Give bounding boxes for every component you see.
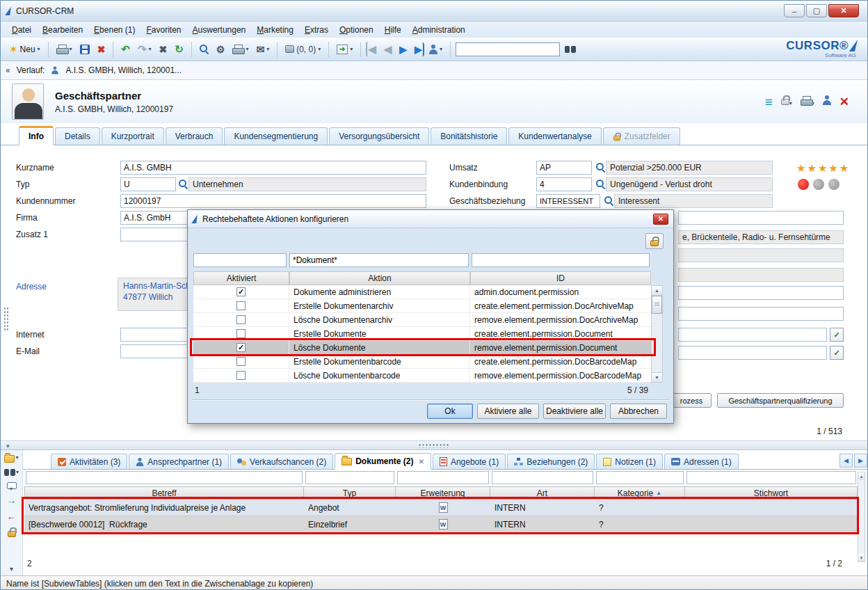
filter-art-input[interactable]	[492, 471, 593, 484]
subtab-verkaufschancen[interactable]: Verkaufschancen (2)	[230, 454, 333, 469]
column-header-betreff[interactable]: Betreff	[24, 486, 304, 500]
subtab-notizen[interactable]: Notizen (1)	[596, 454, 663, 469]
scrollbar-thumb[interactable]	[652, 296, 662, 314]
checkbox[interactable]	[236, 357, 246, 366]
scroll-up-icon[interactable]: ▲	[652, 286, 662, 296]
typ-code-input[interactable]	[120, 177, 176, 191]
undo-button[interactable]: ↶	[118, 42, 133, 56]
dialog-table-row-highlighted[interactable]: ✓ Lösche Dokumente remove.element.permis…	[193, 341, 651, 355]
menu-favoriten[interactable]: Favoriten	[140, 23, 186, 37]
field-label-adresse[interactable]: Adresse	[16, 282, 47, 292]
lookup-icon[interactable]	[596, 163, 605, 172]
dialog-column-aktiviert[interactable]: Aktiviert	[193, 271, 289, 285]
ok-button[interactable]: Ok	[427, 404, 473, 419]
dialog-close-button[interactable]: ✕	[653, 214, 668, 225]
dialog-table-row[interactable]: ✓ Dokumente administrieren admin.documen…	[193, 285, 651, 299]
lock-record-button[interactable]: ▾	[781, 95, 792, 108]
scroll-up-icon[interactable]: ▲	[858, 472, 865, 480]
subview-folder-menu[interactable]: ▾	[4, 453, 18, 463]
vertical-splitter-handle[interactable]	[3, 307, 9, 332]
activate-all-button[interactable]: Aktiviere alle	[477, 404, 539, 419]
assign-person-button[interactable]	[823, 95, 831, 108]
lookup-icon[interactable]	[596, 180, 605, 189]
subtab-dokumente[interactable]: Dokumente (2)✕	[335, 453, 431, 470]
filter-kategorie-input[interactable]	[596, 471, 684, 484]
checkbox[interactable]	[236, 329, 246, 338]
dialog-scrollbar[interactable]: ▲ ▼	[651, 285, 663, 383]
lookup-edit-button[interactable]	[197, 42, 211, 56]
prozess-button[interactable]: rozess	[671, 393, 712, 408]
right-field-1[interactable]	[678, 211, 844, 225]
nav-next-button[interactable]: ▶	[396, 42, 410, 56]
right-field-3[interactable]	[678, 307, 844, 321]
redo-button[interactable]: ↷ ▾	[135, 42, 154, 56]
right-field-2[interactable]	[678, 286, 844, 300]
horizontal-splitter[interactable]: ▾	[1, 440, 867, 450]
nav-last-button[interactable]: ▶	[412, 42, 424, 56]
marked-records-control[interactable]: (0, 0) ▾	[282, 42, 323, 56]
right-field-4[interactable]	[678, 328, 827, 342]
dialog-table-row[interactable]: Lösche Dokumentenbarcode remove.element.…	[193, 369, 651, 383]
find-button[interactable]	[562, 44, 579, 55]
dialog-table-row[interactable]: Erstelle Dokumente create.element.permis…	[193, 327, 651, 341]
confirm-icon[interactable]: ✓	[830, 346, 844, 360]
tab-info[interactable]: Info	[19, 126, 54, 145]
export-button[interactable]: ➔ ▾	[334, 42, 355, 56]
checkin-icon[interactable]: →	[7, 495, 17, 505]
filter-erweiterung-input[interactable]	[397, 471, 489, 484]
filter-typ-input[interactable]	[305, 471, 394, 484]
checkbox[interactable]	[236, 371, 246, 380]
status-text[interactable]: Name ist [SubviewTables] (klicken um den…	[6, 579, 313, 589]
close-button[interactable]: ✕	[828, 4, 859, 17]
comment-icon[interactable]	[7, 482, 17, 489]
table-row[interactable]: [Beschwerde 00012] Rückfrage Einzelbrief…	[24, 516, 858, 533]
dialog-filter-id[interactable]	[472, 253, 650, 267]
menu-marketing[interactable]: Marketing	[251, 23, 299, 37]
splitter-collapse-icon[interactable]: ▾	[6, 442, 10, 449]
column-header-typ[interactable]: Typ	[304, 486, 396, 500]
print-preview-button[interactable]: ▾	[230, 42, 251, 56]
kundenbindung-code-input[interactable]	[536, 177, 592, 191]
checkout-icon[interactable]: ←	[7, 511, 17, 521]
dialog-column-aktion[interactable]: Aktion	[289, 271, 470, 285]
dialog-table-row[interactable]: Erstelle Dokumentenarchiv create.element…	[193, 299, 651, 313]
lookup-icon[interactable]	[179, 180, 188, 189]
table-row[interactable]: Vertragsangebot: Stromlieferung Individu…	[24, 500, 858, 516]
column-header-art[interactable]: Art	[490, 486, 595, 500]
maximize-button[interactable]: ▢	[806, 4, 827, 17]
confirm-icon[interactable]: ✓	[830, 328, 844, 342]
column-header-erweiterung[interactable]: Erweiterung	[396, 486, 490, 500]
right-field-5[interactable]	[678, 346, 827, 360]
mail-button[interactable]: ✉ ▾	[253, 42, 272, 56]
subview-search-button[interactable]: ▾	[4, 469, 19, 476]
person-search-button[interactable]: ▾	[426, 42, 445, 56]
checkbox[interactable]: ✓	[236, 287, 246, 296]
tab-versorgungsuebersicht[interactable]: Versorgungsübersicht	[329, 127, 429, 145]
save-button[interactable]	[77, 42, 93, 56]
refresh-button[interactable]: ↻	[172, 42, 186, 56]
subview-collapse-control[interactable]: ▾	[10, 565, 13, 573]
kundennummer-input[interactable]	[120, 194, 426, 208]
cancel-button[interactable]: ✖	[156, 42, 170, 56]
subtab-beziehungen[interactable]: Beziehungen (2)	[507, 454, 595, 469]
tab-kundenwertanalyse[interactable]: Kundenwertanalyse	[508, 127, 601, 145]
history-entry[interactable]: A.I.S. GMBH, Willich, 120001...	[65, 65, 182, 75]
column-header-kategorie[interactable]: Kategorie▲	[595, 486, 685, 500]
dialog-column-id[interactable]: ID	[470, 271, 651, 285]
checkbox[interactable]	[236, 301, 246, 310]
tab-scroll-left-button[interactable]: ◀	[839, 454, 853, 468]
lookup-icon[interactable]	[604, 196, 613, 205]
subtab-adressen[interactable]: Adressen (1)	[664, 454, 739, 469]
column-header-stichwort[interactable]: Stichwort	[685, 486, 858, 500]
deactivate-all-button[interactable]: Deaktiviere alle	[543, 404, 606, 419]
subtab-aktivitaeten[interactable]: Aktivitäten (3)	[51, 454, 127, 469]
tools-button[interactable]: ⚙	[214, 42, 228, 56]
tab-verbrauch[interactable]: Verbrauch	[166, 127, 223, 145]
filter-stichwort-input[interactable]	[686, 471, 856, 484]
scroll-down-icon[interactable]: ▼	[858, 554, 865, 561]
close-tab-icon[interactable]: ✕	[418, 458, 424, 465]
tab-kurzportrait[interactable]: Kurzportrait	[102, 127, 164, 145]
minimize-button[interactable]: –	[784, 4, 805, 17]
subtab-ansprechpartner[interactable]: Ansprechpartner (1)	[129, 454, 229, 469]
new-button[interactable]: ✶ Neu ▾	[6, 42, 43, 56]
